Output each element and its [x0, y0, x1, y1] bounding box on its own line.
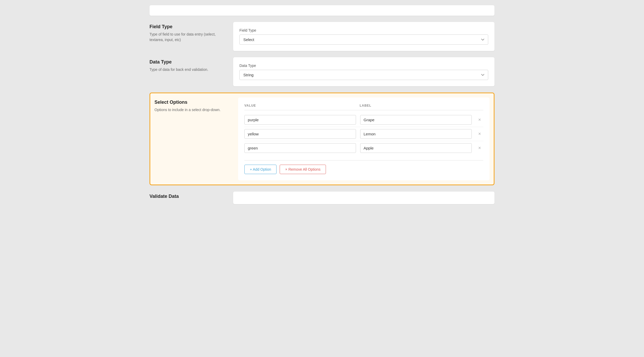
col-remove-header [475, 104, 483, 107]
validate-data-label-block: Validate Data [150, 192, 223, 201]
col-value-header: VALUE [244, 104, 355, 107]
option-label-3[interactable] [360, 143, 472, 153]
validate-data-title: Validate Data [150, 194, 223, 199]
select-options-content: VALUE LABEL × × [238, 97, 490, 180]
field-type-label-block: Field Type Type of field to use for data… [150, 22, 223, 43]
field-type-section: Field Type Type of field to use for data… [150, 22, 494, 51]
option-value-2[interactable] [244, 129, 356, 139]
options-actions: + Add Option × Remove All Options [244, 160, 483, 174]
option-row-2: × [244, 127, 483, 141]
data-type-label-block: Data Type Type of data for back end vali… [150, 57, 223, 72]
add-option-button[interactable]: + Add Option [244, 165, 277, 174]
remove-option-1-button[interactable]: × [476, 116, 483, 124]
option-value-3[interactable] [244, 143, 356, 153]
select-options-section: Select Options Options to include in a s… [150, 93, 494, 185]
validate-data-content [233, 192, 494, 204]
option-label-2[interactable] [360, 129, 472, 139]
field-type-select[interactable]: Select Textarea Input Checkbox Radio [239, 34, 488, 45]
select-options-title: Select Options [154, 100, 228, 105]
data-type-description: Type of data for back end validation. [150, 67, 223, 72]
data-type-select[interactable]: String Integer Float Boolean Date [239, 70, 488, 80]
field-type-title: Field Type [150, 24, 223, 30]
options-header: VALUE LABEL [244, 104, 483, 110]
select-options-label-block: Select Options Options to include in a s… [154, 97, 228, 113]
field-type-description: Type of field to use for data entry (sel… [150, 32, 223, 43]
remove-all-options-button[interactable]: × Remove All Options [280, 165, 326, 174]
data-type-title: Data Type [150, 59, 223, 65]
validate-data-section: Validate Data [150, 192, 494, 204]
options-table: VALUE LABEL × × [244, 104, 483, 155]
col-label-header: LABEL [360, 104, 471, 107]
data-type-section: Data Type Type of data for back end vali… [150, 57, 494, 86]
data-type-input-label: Data Type [239, 64, 488, 68]
option-row-1: × [244, 113, 483, 127]
option-label-1[interactable] [360, 115, 472, 125]
remove-option-2-button[interactable]: × [476, 130, 483, 138]
option-value-1[interactable] [244, 115, 356, 125]
remove-option-3-button[interactable]: × [476, 145, 483, 152]
data-type-content: Data Type String Integer Float Boolean D… [233, 57, 494, 86]
field-type-content: Field Type Select Textarea Input Checkbo… [233, 22, 494, 51]
field-type-input-label: Field Type [239, 28, 488, 32]
top-partial-card [150, 5, 494, 16]
option-row-3: × [244, 141, 483, 155]
select-options-description: Options to include in a select drop-down… [154, 107, 228, 113]
